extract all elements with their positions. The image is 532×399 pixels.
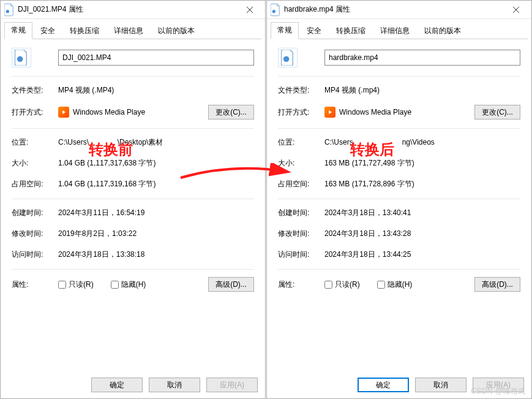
svg-point-2	[272, 10, 275, 13]
properties-dialog-left: DJI_0021.MP4 属性 常规 安全 转换压缩 详细信息 以前的版本	[0, 0, 266, 399]
watermark: CSDN @嗨格式	[471, 386, 526, 397]
size-label: 大小:	[12, 158, 58, 169]
location-value: C:\Users ng\Videos	[324, 138, 520, 146]
readonly-checkbox-label[interactable]: 只读(R)	[58, 279, 94, 290]
accessed-value: 2024年3月18日，13:38:18	[58, 249, 254, 260]
properties-dialog-right: hardbrake.mp4 属性 常规 安全 转换压缩 详细信息 以前的版本	[266, 0, 532, 399]
accessed-label: 访问时间:	[278, 249, 324, 260]
general-panel: 文件类型: MP4 视频 (.mp4) 打开方式: Windows Media …	[267, 39, 531, 371]
svg-point-3	[283, 56, 289, 62]
wmp-icon	[58, 107, 69, 118]
size-value: 163 MB (171,727,498 字节)	[324, 158, 520, 169]
open-with-label: 打开方式:	[278, 107, 324, 118]
created-label: 创建时间:	[12, 208, 58, 218]
apply-button[interactable]: 应用(A)	[206, 378, 258, 392]
tab-bar: 常规 安全 转换压缩 详细信息 以前的版本	[267, 19, 531, 39]
file-type-label: 文件类型:	[278, 85, 324, 96]
filename-input[interactable]	[324, 50, 520, 66]
modified-label: 修改时间:	[12, 229, 58, 239]
hidden-checkbox[interactable]	[377, 281, 385, 289]
file-type-value: MP4 视频 (.MP4)	[58, 85, 254, 96]
attributes-label: 属性:	[12, 279, 58, 290]
window-title: hardbrake.mp4 属性	[284, 4, 503, 15]
wmp-icon	[324, 107, 335, 118]
ok-button[interactable]: 确定	[91, 378, 143, 392]
created-value: 2024年3月11日，16:54:19	[58, 208, 254, 218]
svg-point-0	[6, 10, 9, 13]
file-type-label: 文件类型:	[12, 85, 58, 96]
tab-general[interactable]: 常规	[4, 22, 32, 39]
tab-details[interactable]: 详细信息	[107, 23, 150, 39]
modified-value: 2019年8月2日，1:03:22	[58, 229, 254, 239]
cancel-button[interactable]: 取消	[149, 378, 200, 392]
svg-point-1	[17, 56, 23, 62]
advanced-button[interactable]: 高级(D)...	[208, 277, 254, 292]
titlebar: hardbrake.mp4 属性	[267, 1, 531, 19]
hidden-checkbox-label[interactable]: 隐藏(H)	[111, 279, 146, 290]
tab-bar: 常规 安全 转换压缩 详细信息 以前的版本	[1, 19, 265, 39]
change-button[interactable]: 更改(C)...	[474, 105, 520, 120]
size-on-disk-value: 1.04 GB (1,117,319,168 字节)	[58, 179, 254, 189]
size-on-disk-label: 占用空间:	[12, 179, 58, 189]
tab-security[interactable]: 安全	[34, 23, 62, 39]
open-with-value: Windows Media Playe	[73, 108, 145, 116]
size-value: 1.04 GB (1,117,317,638 字节)	[58, 158, 254, 169]
tab-details[interactable]: 详细信息	[373, 23, 416, 39]
advanced-button[interactable]: 高级(D)...	[474, 277, 520, 292]
size-label: 大小:	[278, 158, 324, 169]
accessed-value: 2024年3月18日，13:44:25	[324, 249, 520, 260]
tab-previous-versions[interactable]: 以前的版本	[151, 23, 201, 39]
file-icon-large	[12, 48, 58, 67]
created-value: 2024年3月18日，13:40:41	[324, 208, 520, 218]
readonly-checkbox-label[interactable]: 只读(R)	[324, 279, 360, 290]
dialog-buttons: 确定 取消 应用(A)	[1, 371, 265, 398]
location-label: 位置:	[12, 137, 58, 148]
file-icon	[271, 5, 280, 15]
close-button[interactable]	[503, 3, 529, 17]
size-on-disk-value: 163 MB (171,728,896 字节)	[324, 179, 520, 189]
location-label: 位置:	[278, 137, 324, 148]
window-title: DJI_0021.MP4 属性	[18, 4, 237, 15]
readonly-checkbox[interactable]	[58, 281, 66, 289]
ok-button[interactable]: 确定	[358, 378, 409, 392]
titlebar: DJI_0021.MP4 属性	[1, 1, 265, 19]
created-label: 创建时间:	[278, 208, 324, 218]
open-with-value: Windows Media Playe	[339, 108, 411, 116]
accessed-label: 访问时间:	[12, 249, 58, 260]
size-on-disk-label: 占用空间:	[278, 179, 324, 189]
general-panel: 文件类型: MP4 视频 (.MP4) 打开方式: Windows Media …	[1, 39, 265, 371]
file-icon-large	[278, 48, 324, 67]
hidden-checkbox[interactable]	[111, 281, 119, 289]
file-type-value: MP4 视频 (.mp4)	[324, 85, 520, 96]
readonly-checkbox[interactable]	[324, 281, 332, 289]
cancel-button[interactable]: 取消	[415, 378, 466, 392]
modified-value: 2024年3月18日，13:43:28	[324, 229, 520, 239]
hidden-checkbox-label[interactable]: 隐藏(H)	[377, 279, 413, 290]
tab-general[interactable]: 常规	[271, 22, 299, 39]
tab-previous-versions[interactable]: 以前的版本	[418, 23, 468, 39]
file-icon	[4, 5, 14, 15]
tab-convert-compress[interactable]: 转换压缩	[63, 23, 106, 39]
modified-label: 修改时间:	[278, 229, 324, 239]
close-button[interactable]	[237, 3, 263, 17]
attributes-label: 属性:	[278, 279, 324, 290]
location-value: C:\Users\ \Desktop\素材	[58, 137, 254, 148]
open-with-label: 打开方式:	[12, 107, 58, 118]
tab-convert-compress[interactable]: 转换压缩	[329, 23, 372, 39]
change-button[interactable]: 更改(C)...	[208, 105, 254, 120]
tab-security[interactable]: 安全	[300, 23, 328, 39]
filename-input[interactable]	[58, 50, 254, 66]
